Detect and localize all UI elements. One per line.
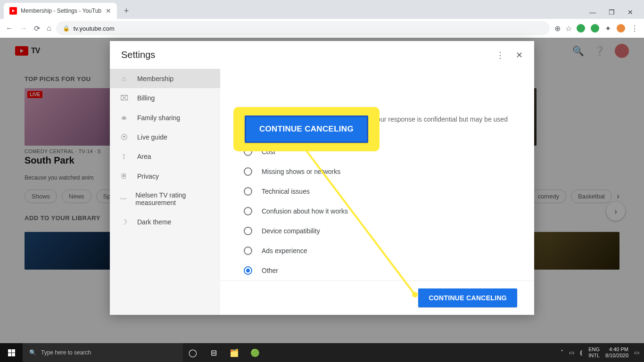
browser-tab[interactable]: Membership - Settings - YouTub ✕ [4, 3, 117, 19]
bookmark-star-icon[interactable]: ☆ [565, 24, 572, 33]
window-controls: — ❐ ✕ [586, 8, 640, 19]
radio-icon [244, 187, 252, 196]
back-button[interactable]: ← [6, 24, 13, 33]
settings-pane: Please choose the reason you're cancelin… [220, 69, 534, 315]
window-maximize-button[interactable]: ❐ [604, 8, 619, 16]
language-indicator[interactable]: ENGINTL [588, 346, 600, 359]
cancel-reason-option[interactable]: Ads experience [244, 241, 511, 261]
sidebar-item-label: Billing [137, 94, 155, 102]
start-button[interactable] [0, 343, 23, 362]
sidebar-item-family-sharing[interactable]: ⩩Family sharing [110, 108, 220, 127]
radio-icon [244, 266, 252, 275]
reason-label: Missing shows or networks [262, 168, 340, 175]
sidebar-item-label: Membership [137, 75, 173, 82]
notifications-icon[interactable]: ▭ [634, 349, 639, 356]
sidebar-icon: ⌧ [119, 94, 129, 102]
sidebar-item-label: Live guide [137, 133, 167, 141]
cortana-icon[interactable]: ◯ [183, 343, 203, 362]
forward-button[interactable]: → [20, 24, 27, 33]
browser-tabstrip: Membership - Settings - YouTub ✕ + — ❐ ✕ [0, 0, 644, 19]
sidebar-item-privacy[interactable]: ⛨Privacy [110, 166, 220, 186]
taskbar-pinned: ◯ ⊟ 🗂️ 🟢 [183, 343, 265, 362]
browser-toolbar: ← → ⟳ ⌂ 🔒 tv.youtube.com ⊕ ☆ ✦ ⋮ [0, 19, 644, 38]
lock-icon: 🔒 [63, 25, 70, 32]
radio-icon [244, 247, 252, 255]
windows-taskbar: 🔍 Type here to search ◯ ⊟ 🗂️ 🟢 ˄ ▭ ⸨ ENG… [0, 343, 644, 362]
sidebar-item-membership[interactable]: ⌂Membership [110, 69, 220, 88]
sidebar-icon: ☽ [119, 218, 129, 226]
sidebar-item-label: Area [137, 153, 151, 160]
home-button[interactable]: ⌂ [47, 24, 51, 33]
sidebar-item-label: Dark theme [137, 218, 171, 226]
extensions-menu-icon[interactable]: ✦ [605, 24, 611, 33]
tray-chevron-icon[interactable]: ˄ [561, 349, 563, 356]
battery-icon[interactable]: ▭ [569, 349, 574, 356]
modal-footer: CONTINUE CANCELING [220, 280, 534, 315]
reason-label: Ads experience [262, 247, 307, 255]
url-text: tv.youtube.com [74, 25, 115, 32]
reason-label: Device compatibility [262, 227, 320, 235]
search-placeholder: Type here to search [41, 349, 91, 356]
page-viewport: TV LIBRARY HOME LIVE 🔍 ❔ TOP PICKS FOR Y… [0, 38, 644, 362]
extension-icon-1[interactable] [577, 24, 585, 33]
sidebar-item-nielsen-tv-rating-measurement[interactable]: 〰Nielsen TV rating measurement [110, 186, 220, 212]
modal-header: Settings ⋮ ✕ [110, 41, 534, 69]
cancel-reason-option[interactable]: Device compatibility [244, 221, 511, 241]
sidebar-item-label: Privacy [137, 173, 159, 180]
sidebar-item-dark-theme[interactable]: ☽Dark theme [110, 212, 220, 232]
reason-label: Technical issues [262, 188, 310, 195]
sidebar-icon: ⩩ [119, 114, 129, 122]
cancel-reasons-panel[interactable]: Please choose the reason you're cancelin… [220, 69, 534, 280]
settings-modal: Settings ⋮ ✕ ⌂Membership⌧Billing⩩Family … [110, 41, 534, 315]
modal-more-icon[interactable]: ⋮ [496, 50, 504, 60]
highlighted-continue-canceling-button[interactable]: CONTINUE CANCELING [245, 115, 368, 143]
tab-close-icon[interactable]: ✕ [106, 7, 111, 15]
chrome-taskbar-icon[interactable]: 🟢 [245, 343, 265, 362]
new-tab-button[interactable]: + [120, 4, 133, 17]
add-to-reading-list-icon[interactable]: ⊕ [554, 24, 561, 33]
task-view-icon[interactable]: ⊟ [204, 343, 223, 362]
radio-icon [244, 207, 252, 215]
sidebar-icon: ⌂ [119, 74, 129, 82]
annotation-highlight: CONTINUE CANCELING [233, 107, 380, 151]
extension-icon-2[interactable] [591, 24, 599, 33]
extensions-area: ✦ ⋮ [577, 24, 638, 33]
radio-icon [244, 167, 252, 176]
modal-close-icon[interactable]: ✕ [516, 50, 523, 60]
youtube-favicon [9, 7, 17, 15]
wifi-icon[interactable]: ⸨ [580, 349, 583, 356]
window-close-button[interactable]: ✕ [623, 8, 637, 16]
tab-title: Membership - Settings - YouTub [21, 8, 102, 14]
continue-canceling-button[interactable]: CONTINUE CANCELING [418, 288, 517, 307]
search-icon: 🔍 [29, 349, 36, 356]
clock[interactable]: 4:40 PM8/10/2020 [605, 346, 628, 359]
sidebar-icon: 〰 [119, 195, 127, 203]
sidebar-icon: ⦿ [119, 133, 129, 141]
sidebar-item-label: Family sharing [137, 114, 180, 122]
settings-sidebar: ⌂Membership⌧Billing⩩Family sharing⦿Live … [110, 69, 220, 315]
modal-title: Settings [121, 49, 496, 60]
cancel-reason-option[interactable]: Technical issues [244, 181, 511, 201]
reason-label: Confusion about how it works [262, 207, 348, 215]
sidebar-item-area[interactable]: ⟟Area [110, 147, 220, 166]
window-minimize-button[interactable]: — [586, 8, 600, 16]
sidebar-item-live-guide[interactable]: ⦿Live guide [110, 127, 220, 147]
reason-label: Other [262, 267, 278, 274]
browser-window: Membership - Settings - YouTub ✕ + — ❐ ✕… [0, 0, 644, 362]
sidebar-item-label: Nielsen TV rating measurement [135, 191, 211, 206]
cancel-reason-option[interactable]: Other [244, 261, 511, 280]
cancel-reason-option[interactable]: Confusion about how it works [244, 201, 511, 221]
sidebar-item-billing[interactable]: ⌧Billing [110, 88, 220, 108]
sidebar-icon: ⛨ [119, 172, 129, 180]
cancel-reason-option[interactable]: Missing shows or networks [244, 162, 511, 181]
sidebar-icon: ⟟ [119, 152, 129, 161]
address-bar[interactable]: 🔒 tv.youtube.com [56, 21, 550, 35]
chrome-menu-icon[interactable]: ⋮ [631, 24, 638, 33]
file-explorer-icon[interactable]: 🗂️ [224, 343, 244, 362]
system-tray: ˄ ▭ ⸨ ENGINTL 4:40 PM8/10/2020 ▭ [556, 346, 644, 359]
radio-icon [244, 227, 252, 235]
reload-button[interactable]: ⟳ [34, 24, 40, 33]
profile-avatar[interactable] [617, 24, 625, 33]
taskbar-search[interactable]: 🔍 Type here to search [23, 343, 183, 362]
